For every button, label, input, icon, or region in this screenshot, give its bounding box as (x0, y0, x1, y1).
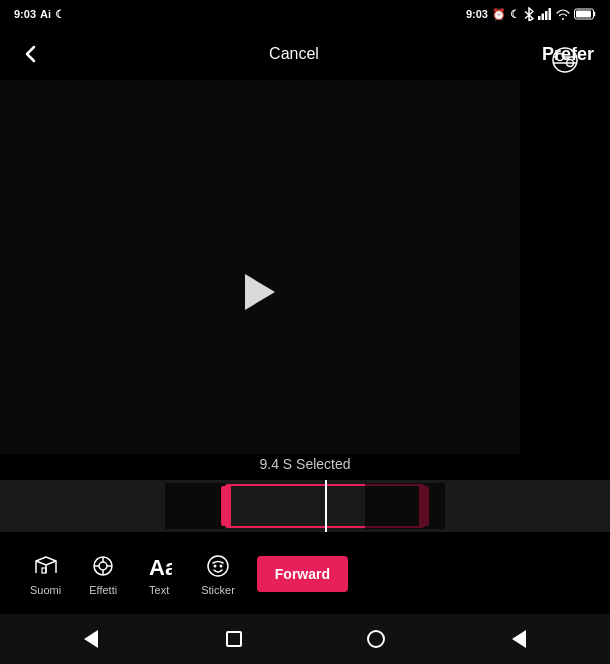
clip-container (165, 483, 445, 529)
cancel-button[interactable]: Cancel (269, 45, 319, 63)
video-preview (0, 80, 520, 504)
sticker-icon (204, 552, 232, 580)
effetti-button[interactable]: Effetti (75, 546, 131, 602)
battery-icon (574, 8, 596, 20)
dark-left (165, 483, 225, 529)
nav-square-icon (226, 631, 242, 647)
svg-point-32 (220, 565, 223, 568)
svg-point-31 (214, 565, 217, 568)
svg-point-30 (208, 556, 228, 576)
svg-rect-2 (545, 11, 548, 20)
right-side-area (520, 80, 610, 504)
playhead (325, 480, 327, 532)
status-left: 9:03 Ai ☾ (14, 8, 65, 21)
timeline-section: 9.4 S Selected (0, 454, 610, 534)
svg-rect-1 (542, 14, 545, 21)
svg-rect-0 (538, 16, 541, 20)
text-icon: Aa (145, 552, 173, 580)
text-button[interactable]: Aa Text (131, 546, 187, 602)
system-nav (0, 614, 610, 664)
bluetooth-icon (524, 7, 534, 21)
timeline-track[interactable] (0, 480, 610, 532)
nav-circle-icon (367, 630, 385, 648)
play-button[interactable] (236, 268, 284, 316)
suomi-label: Suomi (30, 584, 61, 596)
sticker-button[interactable]: Sticker (187, 546, 249, 602)
wifi-icon (556, 9, 570, 20)
status-bar: 9:03 Ai ☾ 9:03 ⏰ ☾ (0, 0, 610, 28)
top-nav: Cancel Prefer (0, 28, 610, 80)
forward-button[interactable]: Forward (257, 556, 348, 592)
status-time: 9:03 (14, 8, 36, 20)
svg-point-24 (99, 562, 107, 570)
status-alarm: ⏰ (492, 8, 506, 21)
nav-back-button[interactable] (73, 621, 109, 657)
back-button[interactable] (16, 39, 46, 69)
sticker-label: Sticker (201, 584, 235, 596)
signal-icon (538, 8, 552, 20)
svg-rect-3 (549, 8, 552, 20)
svg-text:Aa: Aa (149, 555, 172, 579)
effetti-label: Effetti (89, 584, 117, 596)
nav-arrow-icon (512, 630, 526, 648)
filtri-icon (549, 44, 581, 76)
svg-rect-5 (576, 11, 591, 18)
nav-circle-button[interactable] (358, 621, 394, 657)
nav-back-icon (84, 630, 98, 648)
effetti-icon (89, 552, 117, 580)
suomi-icon (32, 552, 60, 580)
clip-handle-left[interactable] (221, 486, 231, 526)
status-right: 9:03 ⏰ ☾ (466, 7, 596, 21)
suomi-button[interactable]: Suomi (16, 546, 75, 602)
text-label: Text (149, 584, 169, 596)
status-ai: Ai (40, 8, 51, 20)
play-icon (245, 274, 275, 310)
nav-arrow-button[interactable] (501, 621, 537, 657)
status-moon2: ☾ (510, 8, 520, 21)
svg-rect-22 (42, 568, 46, 573)
svg-point-6 (553, 48, 577, 72)
bottom-toolbar: Suomi Effetti Aa Text (0, 534, 610, 614)
dark-right (365, 483, 445, 529)
svg-point-7 (557, 54, 564, 61)
status-moon: ☾ (55, 8, 65, 21)
selection-label: 9.4 S Selected (259, 456, 350, 472)
nav-square-button[interactable] (216, 621, 252, 657)
status-time-right: 9:03 (466, 8, 488, 20)
